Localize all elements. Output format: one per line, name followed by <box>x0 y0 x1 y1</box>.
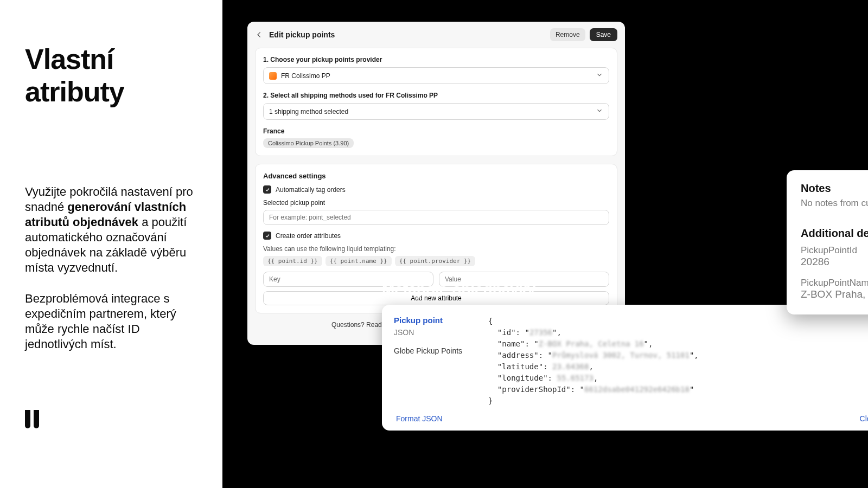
right-panel: Edit pickup points Remove Save 1. Choose… <box>222 0 868 488</box>
details-header-row: Additional details <box>801 227 868 240</box>
metafields-actions: Format JSON Clear <box>394 414 868 423</box>
edit-body: 1. Choose your pickup points provider FR… <box>247 48 625 345</box>
description: Využijte pokročilá nastavení pro snadné … <box>25 184 197 352</box>
edit-header: Edit pickup points Remove Save <box>247 22 625 48</box>
metafield-name[interactable]: Pickup point <box>394 316 475 325</box>
additional-details-title: Additional details <box>801 227 868 240</box>
brand-logo-icon <box>25 410 39 428</box>
attr-pickuppointname-value: Z-BOX Praha, Celetna 16 <box>801 288 868 300</box>
auto-tag-row: Automatically tag orders <box>263 185 609 194</box>
selected-point-label: Selected pickup point <box>263 199 609 207</box>
liquid-help-text: Values can use the following liquid temp… <box>263 245 609 253</box>
json-providershopid: 6612dsabe041292e6426b18 <box>584 385 690 394</box>
selected-point-input[interactable] <box>263 210 609 225</box>
liquid-token[interactable]: {{ point.id }} <box>263 256 322 266</box>
description-p2: Bezproblémová integrace s expedičním par… <box>25 291 197 352</box>
remove-button[interactable]: Remove <box>550 28 585 41</box>
metafield-json-editor[interactable]: { "id": "27356", "name": "Z-BOX Praha, C… <box>488 316 868 407</box>
create-attrs-checkbox[interactable] <box>263 232 271 240</box>
provider-section: 1. Choose your pickup points provider FR… <box>255 48 617 156</box>
provider-select[interactable]: FR Colissimo PP <box>263 67 609 84</box>
country-label: France <box>263 127 609 135</box>
step2-label: 2. Select all shipping methods used for … <box>263 92 609 99</box>
edit-header-right: Remove Save <box>550 28 617 41</box>
notes-header-row: Notes <box>801 182 868 195</box>
edit-title: Edit pickup points <box>269 30 335 39</box>
metafields-side: Pickup point JSON Globe Pickup Points <box>394 316 475 407</box>
shipping-methods-select[interactable]: 1 shipping method selected <box>263 103 609 120</box>
attr-pickuppointid-key: PickupPointId <box>801 245 868 256</box>
left-panel: Vlastní atributy Využijte pokročilá nast… <box>0 0 222 488</box>
chevron-down-icon <box>596 71 603 80</box>
shipping-method-chip[interactable]: Colissimo Pickup Points (3.90) <box>263 138 354 148</box>
json-longitude: 55.65173 <box>557 374 593 382</box>
shipping-selected-text: 1 shipping method selected <box>269 108 348 115</box>
liquid-token-row: {{ point.id }} {{ point.name }} {{ point… <box>263 256 609 266</box>
back-arrow-icon[interactable] <box>255 30 264 39</box>
create-attrs-row: Create order attributes <box>263 232 609 240</box>
provider-option: FR Colissimo PP <box>269 72 330 80</box>
order-metafields-card: Pickup point JSON Globe Pickup Points { … <box>382 305 868 431</box>
liquid-token[interactable]: {{ point.name }} <box>326 256 392 266</box>
order-attributes-card: Notes No notes from customer Additional … <box>787 170 868 314</box>
json-address: Průmyslová 3002, Turnov, 51101 <box>552 351 690 359</box>
page-title: Vlastní atributy <box>25 43 197 108</box>
advanced-settings-title: Advanced settings <box>263 172 609 180</box>
order-metafields-heading: Metapole objednávky <box>382 281 535 298</box>
metafield-app: Globe Pickup Points <box>394 346 475 355</box>
description-p1: Využijte pokročilá nastavení pro snadné … <box>25 184 197 276</box>
step1-label: 1. Choose your pickup points provider <box>263 56 609 63</box>
auto-tag-label: Automatically tag orders <box>276 186 346 194</box>
chevron-down-icon <box>596 107 603 116</box>
create-attrs-label: Create order attributes <box>276 232 341 240</box>
auto-tag-checkbox[interactable] <box>263 185 271 194</box>
json-name: Z-BOX Praha, Celetna 16 <box>539 339 644 348</box>
clear-json-button[interactable]: Clear <box>860 414 868 423</box>
provider-name: FR Colissimo PP <box>281 72 330 80</box>
json-id: 27356 <box>529 328 552 337</box>
save-button[interactable]: Save <box>590 28 617 41</box>
title-line1: Vlastní <box>25 43 197 76</box>
metafields-top: Pickup point JSON Globe Pickup Points { … <box>394 316 868 407</box>
attr-pickuppointname-key: PickupPointName <box>801 278 868 288</box>
no-notes-text: No notes from customer <box>801 198 868 209</box>
json-latitude: 23.64368 <box>552 362 589 371</box>
attr-pickuppointid-value: 20286 <box>801 256 868 268</box>
liquid-token[interactable]: {{ point.provider }} <box>395 256 475 266</box>
metafield-type: JSON <box>394 328 475 337</box>
additional-details-section: Additional details PickupPointId 20286 P… <box>801 227 868 300</box>
edit-header-left: Edit pickup points <box>255 30 335 39</box>
title-line2: atributy <box>25 76 197 108</box>
notes-title: Notes <box>801 182 831 195</box>
format-json-button[interactable]: Format JSON <box>396 414 443 423</box>
provider-logo-icon <box>269 72 277 80</box>
